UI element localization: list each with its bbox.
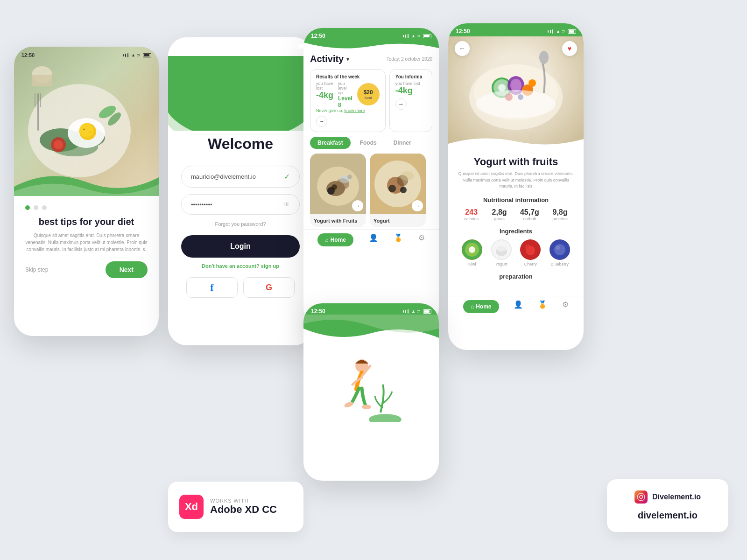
tab-dinner[interactable]: Dinner — [386, 137, 419, 149]
food-card-2[interactable]: → Yogurt — [370, 154, 426, 227]
award-icon: 🏅 — [394, 233, 403, 242]
welcome-title: Welcome — [181, 135, 300, 153]
svg-rect-17 — [32, 75, 52, 86]
info-title: You Informa — [395, 74, 426, 79]
svg-point-55 — [525, 245, 531, 250]
phone-onboarding: 12:50 ▲ ⊃ best tips for your diet — [14, 47, 159, 336]
dot-3 — [42, 205, 47, 210]
facebook-icon: f — [210, 281, 213, 294]
instagram-icon — [634, 490, 648, 504]
never-give-text: Never give up, know more — [316, 108, 380, 113]
detail-award-nav[interactable]: 🏅 — [538, 300, 547, 313]
svg-point-39 — [510, 79, 521, 92]
food-card-1-image: → — [310, 154, 366, 214]
favorite-button[interactable]: ♥ — [562, 41, 577, 56]
phone-detail: 12:50 ▲ ⊃ — [448, 23, 584, 350]
kiwi-icon — [462, 239, 482, 260]
food-2-arrow-button[interactable]: → — [412, 200, 423, 211]
home-icon-2: ⌂ — [471, 303, 474, 310]
food-1-name: Yogurt with Fruits — [314, 218, 362, 224]
svg-point-65 — [642, 495, 643, 496]
info-card: You Informa you have lost -4kg → — [389, 69, 432, 132]
svg-point-37 — [498, 84, 506, 91]
tab-breakfast[interactable]: Breakfast — [310, 137, 351, 149]
lost-value: -4kg — [316, 91, 333, 100]
results-arrow-button[interactable]: → — [316, 116, 327, 127]
svg-point-49 — [469, 246, 475, 253]
xd-adobe-label: Adobe XD CC — [210, 504, 277, 516]
protein-item: 9,8g proteíns — [552, 208, 568, 221]
level-up-label: you level up — [338, 81, 352, 95]
cherry-icon — [520, 239, 541, 260]
svg-point-25 — [347, 175, 352, 179]
onboarding-content: best tips for your diet Quisque sit amet… — [14, 196, 159, 286]
status-time-p5: 12:50 — [311, 308, 325, 315]
phone-fitness: 12:50 ▲ ⊃ — [303, 303, 439, 481]
info-arrow-button[interactable]: → — [395, 98, 407, 110]
detail-settings-nav[interactable]: ⚙ — [562, 300, 569, 313]
detail-body: Yogurt with fruits Quisque sit amet sagi… — [448, 148, 584, 292]
carbs-value: 45,7g — [520, 208, 539, 217]
brand-url: divelement.io — [616, 510, 719, 521]
calories-item: 243 calories — [464, 208, 479, 221]
yogurt-icon — [491, 239, 512, 260]
tab-foods[interactable]: Foods — [352, 137, 384, 149]
back-button[interactable]: ← — [455, 41, 470, 56]
cherry-label: Cherry — [524, 262, 537, 266]
activity-title: Activity — [310, 54, 344, 64]
profile-nav-item[interactable]: 👤 — [369, 233, 378, 246]
svg-point-32 — [401, 171, 414, 181]
facebook-login-button[interactable]: f — [186, 277, 238, 298]
detail-bottom-nav: ⌂ Home 👤 🏅 ⚙ — [448, 296, 584, 317]
meal-tabs: Breakfast Foods Dinner — [310, 137, 432, 154]
svg-rect-11 — [37, 93, 39, 131]
password-value: •••••••••• — [191, 201, 212, 208]
food-image-area: 12:50 ▲ ⊃ — [14, 47, 159, 196]
svg-point-30 — [388, 185, 396, 192]
nutrition-title: Nutritional information — [458, 196, 574, 203]
carbs-item: 45,7g carbob — [520, 208, 539, 221]
status-time-p4: 12:50 — [456, 28, 470, 35]
detail-profile-nav[interactable]: 👤 — [514, 300, 523, 313]
award-icon-2: 🏅 — [538, 300, 547, 309]
next-button[interactable]: Next — [106, 261, 148, 278]
svg-point-59 — [369, 414, 402, 422]
onboarding-title: best tips for your diet — [25, 217, 148, 227]
kcal-label: Kcal — [365, 96, 372, 100]
email-value: mauricio@divelement.io — [191, 173, 256, 180]
email-field[interactable]: mauricio@divelement.io ✓ — [181, 166, 300, 188]
food-1-arrow-button[interactable]: → — [352, 200, 363, 211]
ingredient-blueberry: Blueberry — [550, 239, 570, 266]
skip-button[interactable]: Skip step — [25, 266, 48, 273]
kiwi-label: Kiwi — [468, 262, 476, 266]
blueberry-icon — [550, 239, 570, 260]
status-time-p3: 12:50 — [311, 33, 325, 39]
blueberry-label: Blueberry — [550, 262, 569, 266]
dot-2 — [34, 205, 38, 210]
you-lost-label: you have lost — [316, 81, 333, 91]
protein-value: 9,8g — [552, 208, 568, 217]
food-card-1[interactable]: → Yogurt with Fruits — [310, 154, 366, 227]
password-field[interactable]: •••••••••• 👁 — [181, 194, 300, 215]
food-card-2-image: → — [370, 154, 426, 214]
google-login-button[interactable]: G — [243, 277, 295, 298]
ingredient-kiwi: Kiwi — [462, 239, 482, 266]
results-title: Results of the week — [316, 74, 380, 79]
award-nav-item[interactable]: 🏅 — [394, 233, 403, 246]
home-nav-button[interactable]: ⌂ Home — [317, 233, 353, 246]
profile-icon: 👤 — [369, 233, 378, 242]
grams-item: 2,8g groas — [492, 208, 507, 221]
detail-food-image: ← ♥ — [448, 36, 584, 148]
detail-home-button[interactable]: ⌂ Home — [463, 300, 499, 313]
yogurt-label: Yogurt — [495, 262, 507, 266]
svg-point-52 — [497, 246, 506, 252]
know-more-link[interactable]: know more — [345, 108, 365, 113]
settings-nav-item[interactable]: ⚙ — [418, 233, 425, 246]
forgot-password-text[interactable]: Forgot you password? — [181, 221, 300, 227]
phone-activity: 12:50 ▲ ⊃ Activity ▾ Today, 2 october 20… — [303, 28, 439, 327]
svg-point-58 — [556, 245, 560, 250]
activity-chevron-icon: ▾ — [346, 56, 349, 63]
xd-icon: Xd — [179, 495, 204, 519]
info-lost-label: you have lost — [395, 81, 426, 86]
login-button[interactable]: Login — [181, 235, 300, 258]
